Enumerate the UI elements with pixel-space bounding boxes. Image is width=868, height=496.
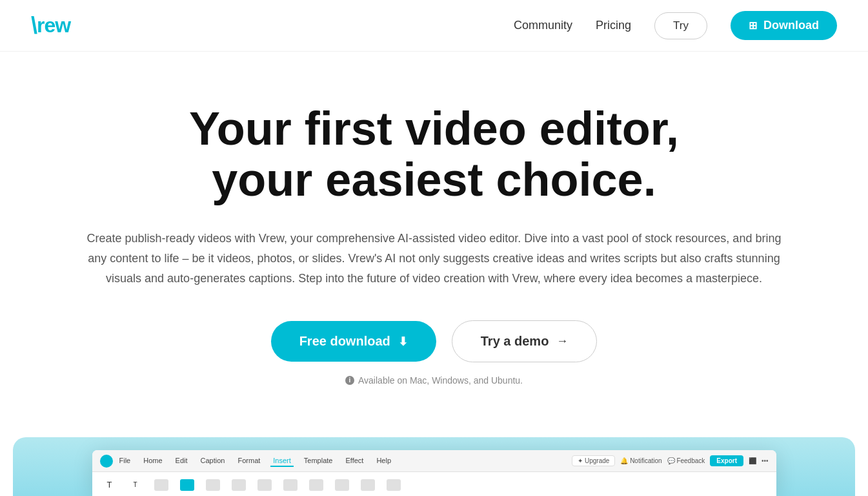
nav-download-button[interactable]: ⊞ Download xyxy=(731,11,837,40)
app-menu-caption[interactable]: Caption xyxy=(198,455,228,467)
app-icon-person[interactable] xyxy=(206,479,220,491)
hero-title: Your first video editor, your easiest ch… xyxy=(144,103,725,205)
sticker-icon-shape xyxy=(257,479,272,491)
app-icon-shape1[interactable] xyxy=(232,479,246,491)
navbar: \ rew Community Pricing Try ⊞ Download xyxy=(0,0,868,52)
app-icon-selected[interactable] xyxy=(180,479,194,491)
app-preview-section: File Home Edit Caption Format Insert Tem… xyxy=(13,437,855,496)
image-icon-shape xyxy=(154,479,168,491)
nav-pricing-link[interactable]: Pricing xyxy=(596,19,631,32)
app-icon-emoji[interactable] xyxy=(283,479,298,491)
app-menu-format[interactable]: Format xyxy=(235,455,263,467)
app-menu-effect[interactable]: Effect xyxy=(343,455,366,467)
chat-icon-shape xyxy=(387,479,401,491)
upgrade-button[interactable]: ✦ Upgrade xyxy=(572,455,615,466)
notification-button[interactable]: 🔔 Notification xyxy=(620,457,661,464)
app-icon-text2[interactable]: T xyxy=(128,479,143,491)
info-icon: i xyxy=(345,376,354,385)
shape1-icon-shape xyxy=(232,479,246,491)
app-icons-row: T T xyxy=(92,472,776,496)
free-download-label: Free download xyxy=(299,334,390,349)
feedback-button[interactable]: 💬 Feedback xyxy=(667,457,705,464)
app-menu-template[interactable]: Template xyxy=(301,455,336,467)
app-toolbar: File Home Edit Caption Format Insert Tem… xyxy=(92,450,776,472)
app-icon-audio[interactable] xyxy=(361,479,375,491)
toolbar-right: ✦ Upgrade 🔔 Notification 💬 Feedback Expo… xyxy=(572,455,768,466)
availability-note: i Available on Mac, Windows, and Ubuntu. xyxy=(52,375,816,386)
toolbar-toggle[interactable]: ⬛ xyxy=(749,457,756,464)
logo[interactable]: \ rew xyxy=(31,12,70,39)
emoji-icon-shape xyxy=(283,479,298,491)
free-download-button[interactable]: Free download ⬇ xyxy=(271,321,436,362)
audio-icon-shape xyxy=(361,479,375,491)
app-icon-video[interactable] xyxy=(335,479,349,491)
logo-text: rew xyxy=(37,14,70,37)
link-icon-shape xyxy=(309,479,323,491)
hero-description: Create publish-ready videos with Vrew, y… xyxy=(79,229,789,288)
selected-icon-shape xyxy=(180,479,194,491)
person-icon-shape xyxy=(206,479,220,491)
hero-section: Your first video editor, your easiest ch… xyxy=(0,52,868,411)
app-toolbar-avatar xyxy=(100,455,113,468)
app-window: File Home Edit Caption Format Insert Tem… xyxy=(92,450,776,496)
availability-text: Available on Mac, Windows, and Ubuntu. xyxy=(358,375,523,386)
app-menu-edit[interactable]: Edit xyxy=(173,455,190,467)
text2-icon-shape: T xyxy=(128,479,143,491)
try-demo-button[interactable]: Try a demo → xyxy=(452,320,598,362)
app-menu-items: File Home Edit Caption Format Insert Tem… xyxy=(117,455,569,467)
download-icon: ⬇ xyxy=(398,335,408,349)
logo-v-char: \ xyxy=(31,12,37,39)
windows-icon: ⊞ xyxy=(749,19,757,32)
app-menu-file[interactable]: File xyxy=(117,455,134,467)
app-icon-link[interactable] xyxy=(309,479,323,491)
app-menu-help[interactable]: Help xyxy=(374,455,394,467)
hero-buttons: Free download ⬇ Try a demo → xyxy=(52,320,816,362)
app-menu-insert[interactable]: Insert xyxy=(270,455,294,467)
export-button[interactable]: Export xyxy=(710,455,743,466)
text-icon-shape: T xyxy=(103,479,117,491)
app-icon-sticker[interactable] xyxy=(257,479,272,491)
nav-try-button[interactable]: Try xyxy=(654,12,707,39)
app-icon-image[interactable] xyxy=(154,479,168,491)
app-icon-chat[interactable] xyxy=(387,479,401,491)
video-icon-shape xyxy=(335,479,349,491)
try-demo-label: Try a demo xyxy=(481,334,549,349)
app-menu-home[interactable]: Home xyxy=(141,455,165,467)
arrow-right-icon: → xyxy=(556,335,568,348)
app-icon-text[interactable]: T xyxy=(103,479,117,491)
nav-links: Community Pricing Try ⊞ Download xyxy=(514,11,837,40)
nav-community-link[interactable]: Community xyxy=(514,19,572,32)
toolbar-more-options[interactable]: ••• xyxy=(762,457,769,464)
